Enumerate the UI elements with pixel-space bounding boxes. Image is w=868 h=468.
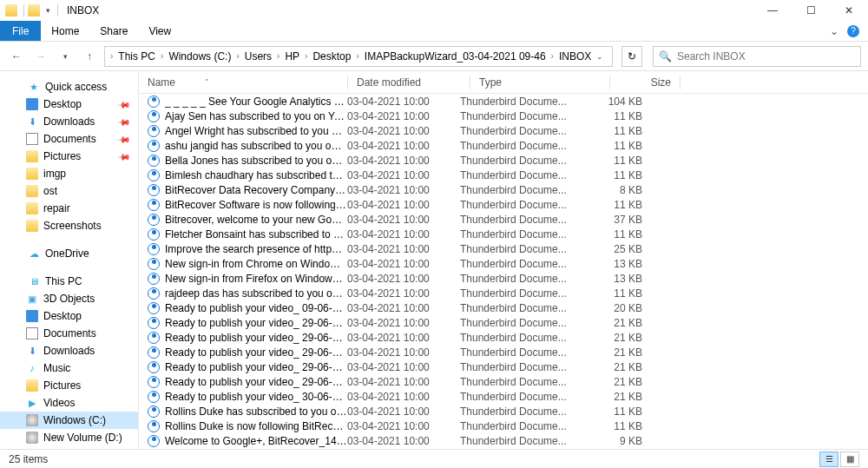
sidebar-item-desktop[interactable]: Desktop: [0, 307, 138, 325]
forward-button[interactable]: →: [31, 47, 50, 66]
file-type: Thunderbird Docume...: [460, 184, 590, 196]
sidebar-item-documents[interactable]: Documents: [0, 325, 138, 342]
file-row[interactable]: Ready to publish your video_ 29-06-2016_…: [139, 345, 868, 359]
maximize-button[interactable]: ☐: [792, 0, 830, 21]
file-row[interactable]: Fletcher Bonsaint has subscribed to you …: [139, 227, 868, 241]
sidebar-item-documents[interactable]: Documents📌: [0, 130, 138, 148]
close-button[interactable]: ✕: [830, 0, 868, 21]
sidebar-item-new-volume-d-[interactable]: New Volume (D:): [0, 429, 138, 446]
sidebar-item-downloads[interactable]: ⬇Downloads: [0, 342, 138, 359]
column-name[interactable]: Name˄: [148, 76, 347, 89]
thunderbird-file-icon: [148, 214, 160, 226]
file-list[interactable]: Name˄ Date modified Type Size _ _ _ _ _ …: [139, 71, 868, 449]
file-row[interactable]: Ready to publish your video_ 09-06-2016.…: [139, 300, 868, 315]
qat-folder-icon[interactable]: [28, 4, 40, 16]
sidebar-item-label: Pictures: [43, 150, 81, 162]
file-row[interactable]: Ready to publish your video_ 30-06-2016.…: [139, 389, 868, 404]
up-button[interactable]: ↑: [80, 47, 99, 66]
file-row[interactable]: Bella Jones has subscribed to you on You…: [139, 153, 868, 168]
column-type[interactable]: Type: [479, 76, 609, 89]
file-row[interactable]: Angel Wright has subscribed to you on Yo…: [139, 123, 868, 138]
minimize-button[interactable]: —: [753, 0, 792, 21]
file-date: 03-04-2021 10:00: [347, 155, 460, 167]
file-name: Ready to publish your video_ 30-06-2016.…: [165, 391, 347, 403]
ribbon-expand-icon[interactable]: ⌄: [830, 25, 838, 37]
sidebar-item-repair[interactable]: repair: [0, 200, 138, 217]
thunderbird-file-icon: [148, 405, 160, 418]
column-size[interactable]: Size: [619, 76, 680, 89]
sidebar-item-label: Documents: [43, 327, 96, 339]
sidebar-item-videos[interactable]: ▶Videos: [0, 394, 138, 412]
sidebar-item-windows-c-[interactable]: Windows (C:): [0, 412, 138, 429]
view-tab[interactable]: View: [138, 21, 181, 41]
details-view-button[interactable]: ☰: [819, 452, 838, 467]
file-name: Bimlesh chaudhary has subscribed to you …: [165, 169, 347, 181]
file-name: BitRecover Data Recovery Company added y…: [165, 184, 347, 196]
sidebar-item-pictures[interactable]: Pictures📌: [0, 148, 138, 165]
recent-locations-button[interactable]: ▾: [56, 47, 75, 66]
sidebar-item-3d-objects[interactable]: ▣3D Objects: [0, 290, 138, 307]
crumb-wizard[interactable]: IMAPBackupWizard_03-04-2021 09-46: [361, 50, 549, 63]
file-row[interactable]: Rollins Duke is now following BitRecover…: [139, 419, 868, 433]
file-row[interactable]: New sign-in from Chrome on Windows_29-06…: [139, 256, 868, 271]
sidebar-item-screenshots[interactable]: Screenshots: [0, 217, 138, 234]
address-bar[interactable]: › This PC› Windows (C:)› Users› HP› Desk…: [104, 46, 613, 67]
crumb-hp[interactable]: HP: [281, 50, 303, 63]
icons-view-button[interactable]: ▦: [840, 452, 859, 467]
onedrive[interactable]: ☁OneDrive: [0, 245, 138, 262]
crumb-drive[interactable]: Windows (C:): [165, 50, 234, 63]
file-row[interactable]: BitRecover Data Recovery Company added y…: [139, 182, 868, 197]
file-type: Thunderbird Docume...: [460, 405, 590, 418]
file-row[interactable]: Ready to publish your video_ 29-06-2016_…: [139, 359, 868, 374]
qat-customize-icon[interactable]: ▾: [46, 6, 50, 15]
this-pc[interactable]: 🖥This PC: [0, 273, 138, 290]
help-icon[interactable]: ?: [847, 25, 859, 37]
file-row[interactable]: Bimlesh chaudhary has subscribed to you …: [139, 168, 868, 182]
sidebar-item-downloads[interactable]: ⬇Downloads📌: [0, 113, 138, 130]
file-row[interactable]: Improve the search presence of http___ww…: [139, 241, 868, 256]
crumb-desktop[interactable]: Desktop: [309, 50, 354, 63]
file-type: Thunderbird Docume...: [460, 228, 590, 241]
file-row[interactable]: Rollins Duke has subscribed to you on Yo…: [139, 404, 868, 419]
file-tab[interactable]: File: [0, 21, 41, 41]
file-row[interactable]: _ _ _ _ _ See Your Google Analytics Data…: [139, 94, 868, 109]
back-button[interactable]: ←: [7, 47, 26, 66]
file-date: 03-04-2021 10:00: [347, 405, 460, 418]
file-date: 03-04-2021 10:00: [347, 96, 460, 108]
sidebar-item-music[interactable]: ♪Music: [0, 359, 138, 377]
sidebar-item-label: Downloads: [43, 345, 95, 357]
sidebar-item-imgp[interactable]: imgp: [0, 165, 138, 182]
file-row[interactable]: Ready to publish your video_ 29-06-2016_…: [139, 374, 868, 389]
file-row[interactable]: Ready to publish your video_ 29-06-2016_…: [139, 330, 868, 345]
address-dropdown-icon[interactable]: ⌄: [596, 52, 603, 61]
share-tab[interactable]: Share: [89, 21, 138, 41]
thunderbird-file-icon: [148, 140, 160, 152]
sidebar-item-label: Screenshots: [43, 220, 102, 232]
sidebar-item-ost[interactable]: ost: [0, 182, 138, 200]
sidebar-item-pictures[interactable]: Pictures: [0, 377, 138, 394]
home-tab[interactable]: Home: [41, 21, 89, 41]
column-date[interactable]: Date modified: [357, 76, 470, 89]
file-row[interactable]: ashu jangid has subscribed to you on You…: [139, 138, 868, 153]
crumb-inbox[interactable]: INBOX: [556, 50, 595, 63]
file-row[interactable]: Ready to publish your video_ 29-06-2016.…: [139, 315, 868, 330]
refresh-button[interactable]: ↻: [621, 46, 642, 67]
file-row[interactable]: Welcome to Google+, BitRecover_14-06-201…: [139, 433, 868, 448]
sidebar-item-desktop[interactable]: Desktop📌: [0, 96, 138, 113]
file-row[interactable]: Bitrecover, welcome to your new Google A…: [139, 212, 868, 227]
search-input[interactable]: [677, 50, 855, 63]
crumb-users[interactable]: Users: [241, 50, 275, 63]
file-row[interactable]: New sign-in from Firefox on Windows_30-0…: [139, 271, 868, 286]
crumb-this-pc[interactable]: This PC: [115, 50, 159, 63]
search-box[interactable]: 🔍: [653, 46, 861, 67]
quick-access[interactable]: ★Quick access: [0, 78, 138, 96]
sidebar-item-label: ost: [43, 185, 57, 197]
pic-icon: [26, 379, 38, 392]
file-size: 11 KB: [590, 199, 651, 211]
navigation-pane[interactable]: ★Quick access Desktop📌⬇Downloads📌Documen…: [0, 71, 139, 449]
file-row[interactable]: BitRecover Software is now following Bit…: [139, 197, 868, 212]
file-row[interactable]: Ajay Sen has subscribed to you on YouTub…: [139, 109, 868, 123]
file-date: 03-04-2021 10:00: [347, 199, 460, 211]
file-size: 11 KB: [590, 155, 651, 167]
file-row[interactable]: rajdeep das has subscribed to you on You…: [139, 286, 868, 300]
